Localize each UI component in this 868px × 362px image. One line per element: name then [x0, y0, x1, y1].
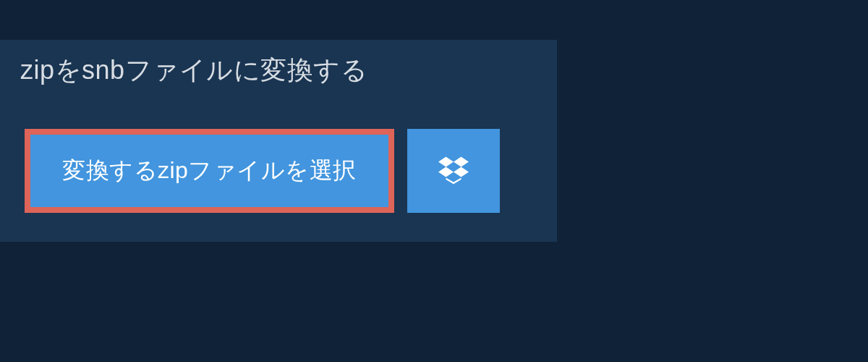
- dropbox-icon: [438, 154, 469, 188]
- heading-container: zipをsnbファイルに変換する: [0, 40, 388, 104]
- select-file-button[interactable]: 変換するzipファイルを選択: [25, 129, 394, 213]
- converter-panel: zipをsnbファイルに変換する 変換するzipファイルを選択: [0, 40, 557, 242]
- dropbox-button[interactable]: [407, 129, 500, 213]
- page-title: zipをsnbファイルに変換する: [20, 53, 367, 88]
- action-row: 変換するzipファイルを選択: [0, 104, 557, 242]
- select-file-label: 変換するzipファイルを選択: [62, 155, 357, 187]
